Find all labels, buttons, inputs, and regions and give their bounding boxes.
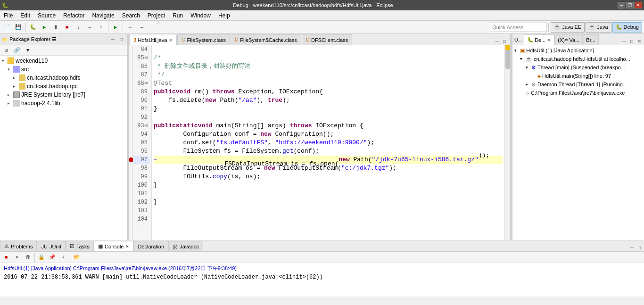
variables-tab-label: (X)= Va... — [558, 37, 579, 43]
debug-item-frame[interactable]: ◈ HdfsUtil.main(String[]) line: 97 — [512, 72, 644, 80]
toolbar-resume[interactable]: ▶ — [39, 22, 50, 33]
maximize-panel-button[interactable]: □ — [117, 36, 125, 43]
menu-run[interactable]: Run — [169, 10, 187, 20]
breakpoint-gutter — [129, 45, 133, 240]
tree-item-src[interactable]: ▾ src — [0, 65, 127, 74]
debug-item-daemon[interactable]: ▸ ⚙ Daemon Thread [Thread-1] (Running... — [512, 80, 644, 89]
toolbar-stepover[interactable]: → — [84, 22, 95, 33]
editor-scrollbar-thumb[interactable] — [505, 50, 510, 69]
tree-item-hadoop-lib[interactable]: ▸ hadoop-2.4.1lib — [0, 99, 127, 107]
tab-filesystem[interactable]: C FileSystem.class — [177, 34, 230, 45]
console-clear-btn[interactable]: 🗑 — [23, 252, 33, 263]
bottom-tabs: ⚠ Problems JU JUnit ☑ Tasks ▦ Console ✕ … — [0, 240, 644, 252]
toolbar-save[interactable]: 💾 — [13, 22, 24, 33]
variables-tab[interactable]: (X)= Va... — [554, 34, 583, 45]
minimize-button[interactable]: ─ — [618, 2, 625, 8]
linenum-87: 87 — [133, 71, 149, 79]
tab-dfsclient[interactable]: C DFSClient.class — [302, 34, 352, 45]
menu-help[interactable]: Help — [215, 10, 234, 20]
close-button[interactable]: ✕ — [635, 2, 642, 8]
code-line-90: fs.delete(new Path("/aa"), true); — [154, 96, 503, 105]
gutter-102 — [129, 198, 132, 206]
menu-refactor[interactable]: Refactor — [59, 10, 88, 20]
toolbar-forward[interactable]: → — [136, 22, 147, 33]
console-remove-btn[interactable]: ✕ — [12, 252, 22, 263]
tab-icon-java: J — [133, 38, 136, 43]
debug-item-thread-main[interactable]: ▾ ⚙ Thread [main] (Suspended (breakpo... — [512, 63, 644, 72]
toolbar: 📄 💾 🐛 ▶ ⏸ ■ ↓ → ↑ ▶ ← → ☕ Java EE ☕ Java… — [0, 21, 644, 34]
tab-junit[interactable]: JU JUnit — [37, 241, 66, 251]
tab-tasks[interactable]: ☑ Tasks — [66, 241, 94, 251]
tab-problems[interactable]: ⚠ Problems — [0, 241, 37, 251]
debug-item-class[interactable]: ▾ ☕ cn.itcast.hadoop.hdfs.HdfsUtil at lo… — [512, 55, 644, 63]
menu-source[interactable]: Source — [34, 10, 59, 20]
tree-item-cn-rpc[interactable]: ▸ cn.itcast.hadoop.rpc — [0, 82, 127, 91]
debug-panel-close[interactable]: ✕ — [636, 37, 643, 45]
restore-button[interactable]: ❐ — [626, 2, 634, 8]
debug-tab-close[interactable]: ✕ — [547, 38, 551, 42]
quick-access-input[interactable] — [490, 23, 546, 32]
bottom-panel-maximize[interactable]: □ — [636, 244, 643, 251]
collapse-all-button[interactable]: ⊟ — [1, 45, 11, 56]
bottom-panel-minimize[interactable]: ─ — [628, 244, 636, 251]
debug-item-app[interactable]: ▾ ▣ HdfsUtil (1) [Java Application] — [512, 46, 644, 55]
tab-hdfsutil[interactable]: J HdfsUtil.java ✕ — [129, 35, 177, 45]
debug-item-process[interactable]: ▷ C:\Program Files\Java\jre7\bin\javaw.e… — [512, 89, 644, 97]
editor-scrollbar[interactable] — [504, 45, 510, 240]
editor-minimize-button[interactable]: ─ — [493, 37, 501, 45]
declaration-label: Declaration — [138, 244, 164, 249]
tab-close-hdfsutil[interactable]: ✕ — [169, 38, 173, 43]
console-tab-close[interactable]: ✕ — [125, 244, 129, 249]
package-icon — [19, 83, 25, 90]
toolbar-new[interactable]: 📄 — [2, 22, 12, 33]
console-scroll-lock-btn[interactable]: 🔒 — [36, 252, 47, 263]
debug-tab-debug[interactable]: 🐛 De... ✕ — [524, 34, 554, 45]
code-content[interactable]: /* * 删除文件或目录，封装好的写法 */ @Test public void… — [152, 45, 504, 240]
toolbar-terminate[interactable]: ■ — [62, 22, 72, 33]
editor-maximize-button[interactable]: □ — [501, 37, 508, 45]
perspective-javaee[interactable]: ☕ Java EE — [551, 22, 585, 33]
menu-search[interactable]: Search — [118, 10, 144, 20]
tab-console[interactable]: ▦ Console ✕ — [94, 241, 133, 251]
minimize-panel-button[interactable]: ─ — [109, 36, 116, 43]
toolbar-run[interactable]: ▶ — [110, 22, 121, 33]
linenum-89: 89 — [133, 88, 149, 96]
toolbar-back[interactable]: ← — [125, 22, 135, 33]
console-newconsole-btn[interactable]: + — [58, 252, 68, 263]
tree-item-jre[interactable]: ▸ JRE System Library [jre7] — [0, 91, 127, 99]
tab-declaration[interactable]: Declaration — [133, 241, 168, 251]
menu-window[interactable]: Window — [187, 10, 215, 20]
menu-file[interactable]: File — [0, 10, 17, 20]
toolbar-debug[interactable]: 🐛 — [28, 22, 38, 33]
perspective-java[interactable]: ☕ Java — [586, 22, 611, 33]
code-line-98: FileOutputStream os = new FileOutputStre… — [154, 164, 503, 173]
menu-edit[interactable]: Edit — [17, 10, 34, 20]
toolbar-stepreturn[interactable]: ↑ — [96, 22, 106, 33]
tab-javadoc[interactable]: @ Javadoc — [168, 241, 203, 251]
tab-filesystemcache[interactable]: C FileSystem$Cache.class — [231, 34, 301, 45]
menu-project[interactable]: Project — [144, 10, 169, 20]
console-pin-btn[interactable]: 📌 — [47, 252, 58, 263]
console-open-file-btn[interactable]: 📂 — [72, 252, 82, 263]
debug-panel-maximize[interactable]: □ — [628, 37, 636, 45]
link-editor-button[interactable]: 🔗 — [12, 45, 22, 56]
panel-toolbar: ⊟ 🔗 ▼ — [0, 45, 127, 56]
console-terminate-btn[interactable]: ■ — [1, 252, 11, 263]
debug-panel-minimize[interactable]: ─ — [620, 37, 628, 45]
tree-item-cn-hdfs[interactable]: ▸ cn.itcast.hadoop.hdfs — [0, 74, 127, 82]
scroll-warning-indicator — [505, 45, 510, 50]
gutter-92 — [129, 113, 132, 122]
linenum-102: 102 — [133, 198, 149, 206]
tab-icon-class2: C — [235, 37, 238, 42]
tree-arrow-icon2: ▾ — [520, 57, 526, 61]
tree-item-weekend110[interactable]: ▾ weekend110 — [0, 57, 127, 65]
console-content: HdfsUtil (1) [Java Application] C:\Progr… — [0, 263, 644, 297]
perspective-debug[interactable]: 🐛 Debug — [612, 22, 642, 33]
toolbar-stepinto[interactable]: ↓ — [73, 22, 83, 33]
breakpoints-tab[interactable]: Br... — [583, 34, 599, 45]
toolbar-suspend[interactable]: ⏸ — [50, 22, 61, 33]
menu-navigate[interactable]: Navigate — [88, 10, 118, 20]
main-layout: 📁 Package Explorer ☰ ─ □ ⊟ 🔗 ▼ ▾ weekend… — [0, 34, 644, 240]
view-menu-button[interactable]: ▼ — [23, 45, 33, 56]
tab-label: FileSystem$Cache.class — [240, 37, 297, 43]
